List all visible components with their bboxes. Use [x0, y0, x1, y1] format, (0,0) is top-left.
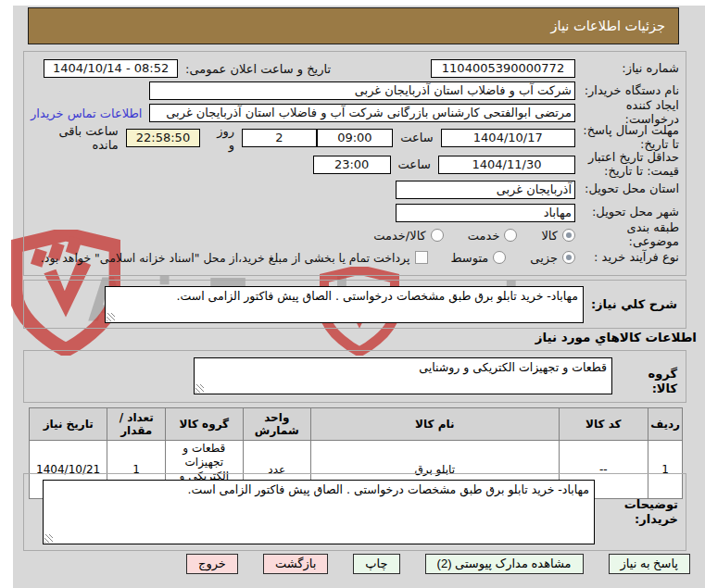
buyer-notes-textarea[interactable]: مهاباد- خرید تابلو برق طبق مشخصات درخواس…: [43, 480, 595, 544]
treasury-checkbox-row[interactable]: پرداخت تمام یا بخشی از مبلغ خرید،از محل …: [41, 251, 429, 265]
radio-goods-service-icon[interactable]: [431, 229, 444, 242]
col-code: کد کالا: [559, 408, 648, 441]
goods-group-text: قطعات و تجهیزات الکتریکی و روشنایی: [419, 360, 607, 374]
resize-handle-icon[interactable]: [107, 313, 115, 321]
reply-to-need-button[interactable]: پاسخ به نیاز: [609, 554, 690, 574]
col-unit: واحد شمارش: [243, 408, 310, 441]
col-name: نام کالا: [310, 408, 559, 441]
back-button[interactable]: بازگشت: [263, 554, 328, 574]
radio-minor[interactable]: جزیی: [530, 251, 575, 265]
need-description-textarea[interactable]: مهاباد- خرید تابلو برق طبق مشخصات درخواس…: [105, 286, 584, 323]
radio-goods[interactable]: کالا: [541, 229, 575, 243]
content-panel: AriaTender.net جزئیات اطلاعات نیاز: [13, 6, 705, 588]
radio-medium-icon[interactable]: [493, 251, 506, 264]
creator-input[interactable]: مرتضی ابوالفتحی کارشناس بازرگانی شرکت آب…: [149, 104, 575, 122]
city-input[interactable]: مهاباد: [396, 204, 575, 222]
radio-medium[interactable]: متوسط: [450, 251, 506, 265]
classification-label: طبقه بندی موضوعی:: [575, 221, 679, 249]
goods-group-groupbox: گروه کالا: قطعات و تجهیزات الکتریکی و رو…: [23, 350, 686, 403]
buyer-org-label: نام دستگاه خریدار:: [575, 84, 679, 98]
radio-goods-service[interactable]: کالا/خدمت: [373, 229, 444, 243]
buyer-notes-label: توضیحات خریدار:: [604, 497, 678, 526]
radio-goods-label: کالا: [541, 229, 558, 243]
need-details-page: AriaTender.net جزئیات اطلاعات نیاز: [0, 0, 705, 588]
need-number-label: شماره نیاز:: [575, 62, 679, 76]
buyer-notes-groupbox: توضیحات خریدار: مهاباد- خرید تابلو برق ط…: [23, 473, 686, 551]
col-row: ردیف: [648, 408, 683, 441]
price-validity-hour-label: ساعت: [398, 157, 431, 171]
treasury-checkbox-icon[interactable]: [415, 251, 428, 264]
buyer-contact-link[interactable]: اطلاعات تماس خریدار: [31, 106, 142, 120]
need-number-input[interactable]: 1104005390000772: [431, 59, 575, 78]
buyer-notes-text: مهاباد- خرید تابلو برق طبق مشخصات درخواس…: [187, 482, 589, 496]
radio-service[interactable]: خدمت: [468, 229, 518, 243]
radio-service-label: خدمت: [468, 229, 500, 243]
remaining-label: ساعت باقی مانده: [31, 124, 119, 152]
need-info-groupbox: شماره نیاز: 1104005390000772 تاریخ و ساع…: [23, 51, 686, 276]
goods-info-title: اطلاعات کالاهاي مورد نیاز: [535, 330, 697, 344]
remaining-time-field: 22:58:50: [126, 129, 201, 147]
print-button[interactable]: چاپ: [353, 554, 399, 574]
radio-medium-label: متوسط: [450, 251, 488, 265]
radio-goods-service-label: کالا/خدمت: [373, 229, 426, 243]
need-description-groupbox: شرح کلي نیاز: مهاباد- خرید تابلو برق طبق…: [23, 280, 686, 329]
remaining-days-input[interactable]: 2: [242, 129, 317, 147]
exit-button[interactable]: خروج: [186, 554, 238, 574]
reply-deadline-hour-input[interactable]: 09:00: [317, 129, 394, 147]
buyer-org-input[interactable]: شرکت آب و فاضلاب استان آذربایجان غربی: [149, 81, 575, 100]
page-title: جزئیات اطلاعات نیاز: [28, 7, 679, 44]
goods-group-textarea[interactable]: قطعات و تجهیزات الکتریکی و روشنایی: [194, 357, 612, 394]
reply-deadline-date-input[interactable]: 1404/10/17: [441, 129, 575, 147]
price-validity-date-input[interactable]: 1404/11/30: [438, 156, 575, 174]
radio-minor-icon[interactable]: [562, 251, 575, 264]
reply-deadline-label: مهلت ارسال پاسخ: تا تاریخ:: [575, 124, 679, 152]
need-description-text: مهاباد- خرید تابلو برق طبق مشخصات درخواس…: [176, 289, 578, 303]
view-attachments-button[interactable]: مشاهده مدارک پیوستی (2): [425, 554, 584, 574]
price-validity-hour-input[interactable]: 23:00: [313, 156, 391, 174]
process-type-label: نوع فرآیند خرید :: [575, 251, 679, 265]
announce-datetime-label: تاریخ و ساعت اعلان عمومی:: [185, 62, 331, 76]
goods-group-label: گروه کالا:: [623, 367, 677, 395]
col-date: تاریخ نیاز: [30, 408, 107, 441]
price-validity-label: حداقل تاریخ اعتبار قیمت: تا تاریخ:: [575, 151, 679, 179]
radio-service-icon[interactable]: [504, 229, 517, 242]
col-group: گروه کالا: [166, 408, 244, 441]
remaining-days-label: روز و: [208, 124, 234, 152]
announce-datetime-input[interactable]: 1404/10/14 - 08:52: [44, 59, 178, 78]
reply-deadline-hour-label: ساعت: [400, 131, 433, 144]
province-input[interactable]: آذربایجان غربی: [396, 181, 575, 199]
button-bar: پاسخ به نیاز مشاهده مدارک پیوستی (2) چاپ…: [13, 554, 690, 574]
treasury-checkbox-label: پرداخت تمام یا بخشی از مبلغ خرید،از محل …: [41, 251, 410, 265]
resize-handle-icon[interactable]: [195, 384, 204, 393]
resize-handle-icon[interactable]: [44, 534, 53, 543]
radio-minor-label: جزیی: [530, 251, 558, 265]
table-header-row: ردیف کد کالا نام کالا واحد شمارش گروه کا…: [30, 408, 683, 441]
province-label: استان محل تحویل:: [575, 182, 679, 196]
radio-goods-icon[interactable]: [562, 229, 575, 242]
col-qty: تعداد / مقدار: [107, 408, 166, 441]
need-description-label: شرح کلي نیاز:: [589, 297, 677, 312]
city-label: شهر محل تحویل:: [575, 206, 679, 219]
